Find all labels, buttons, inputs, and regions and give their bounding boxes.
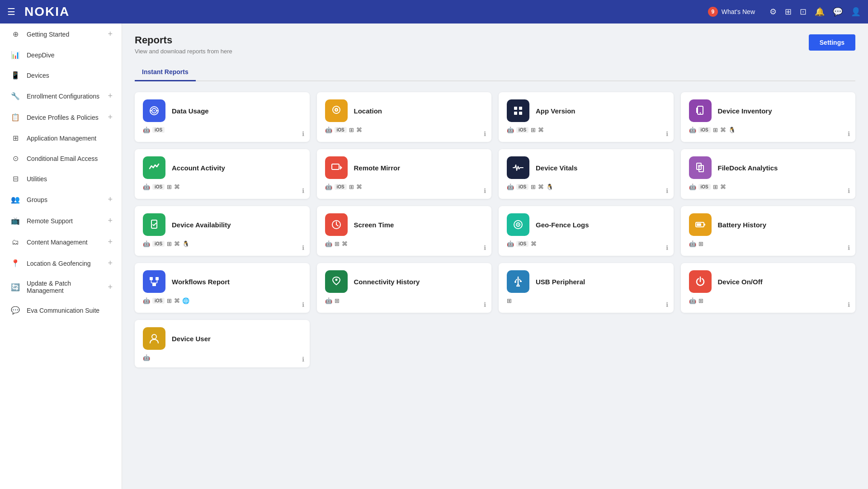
report-card-location[interactable]: Location 🤖 iOS ⊞ ⌘ ℹ	[317, 92, 492, 142]
info-icon[interactable]: ℹ	[302, 187, 304, 194]
chat-icon[interactable]: 💬	[833, 7, 843, 17]
windows-icon: ⊞	[167, 183, 172, 190]
svg-rect-28	[697, 223, 701, 226]
sidebar-item-profiles[interactable]: 📋 Device Profiles & Policies +	[0, 107, 122, 128]
location-icon: 📍	[10, 259, 20, 268]
info-icon[interactable]: ℹ	[484, 244, 486, 251]
info-icon[interactable]: ℹ	[666, 301, 668, 308]
report-card-geo-fence[interactable]: Geo-Fence Logs 🤖 iOS ⌘ ℹ	[499, 206, 674, 256]
platform-list: 🤖	[143, 354, 302, 361]
report-card-device-inventory[interactable]: Device Inventory 🤖 iOS ⊞ ⌘ 🐧 ℹ	[681, 92, 856, 142]
sidebar-item-remote-support[interactable]: 📺 Remote Support +	[0, 210, 122, 231]
expand-icon[interactable]: +	[108, 195, 113, 204]
device-inventory-icon	[689, 99, 712, 122]
sidebar-label: Conditional Email Access	[27, 155, 113, 162]
info-icon[interactable]: ℹ	[666, 130, 668, 137]
sidebar-item-app-mgmt[interactable]: ⊞ Application Management	[0, 128, 122, 148]
sidebar-item-content-mgmt[interactable]: 🗂 Content Management +	[0, 231, 122, 253]
platform-list: 🤖 iOS ⊞ ⌘	[325, 127, 484, 133]
user-icon[interactable]: 👤	[851, 7, 861, 17]
expand-icon[interactable]: +	[108, 29, 113, 39]
report-card-account-activity[interactable]: Account Activity 🤖 iOS ⊞ ⌘ ℹ	[135, 149, 310, 199]
ios-badge: iOS	[698, 127, 711, 133]
info-icon[interactable]: ℹ	[848, 187, 850, 194]
sidebar: ⊕ Getting Started + 📊 DeepDive 📱 Devices…	[0, 24, 122, 489]
expand-icon[interactable]: +	[108, 282, 113, 292]
sidebar-item-enrollment[interactable]: 🔧 Enrollment Configurations +	[0, 85, 122, 107]
info-icon[interactable]: ℹ	[848, 244, 850, 251]
windows-icon: ⊞	[349, 183, 354, 190]
sidebar-item-deepdive[interactable]: 📊 DeepDive	[0, 45, 122, 65]
report-card-screen-time[interactable]: Screen Time 🤖 ⊞ ⌘ ℹ	[317, 206, 492, 256]
menu-icon[interactable]: ☰	[7, 6, 15, 17]
info-icon[interactable]: ℹ	[302, 301, 304, 308]
sidebar-item-devices[interactable]: 📱 Devices	[0, 65, 122, 85]
android-icon: 🤖	[325, 127, 332, 133]
info-icon[interactable]: ℹ	[484, 187, 486, 194]
info-icon[interactable]: ℹ	[848, 130, 850, 137]
svg-rect-30	[156, 277, 159, 280]
ios-badge: iOS	[152, 298, 165, 304]
tab-instant-reports[interactable]: Instant Reports	[135, 64, 196, 81]
svg-rect-27	[704, 224, 705, 226]
android-icon: 🤖	[143, 297, 150, 304]
windows-icon: ⊞	[531, 127, 536, 133]
report-card-device-availability[interactable]: Device Availability 🤖 iOS ⊞ ⌘ 🐧 ℹ	[135, 206, 310, 256]
card-title: Data Usage	[172, 107, 209, 115]
grid-icon[interactable]: ⊞	[785, 7, 792, 17]
info-icon[interactable]: ℹ	[666, 244, 668, 251]
bell-icon[interactable]: 🔔	[815, 7, 825, 17]
svg-point-14	[699, 113, 701, 114]
ios-badge: iOS	[516, 241, 528, 247]
sidebar-label: Devices	[27, 72, 113, 79]
report-card-filedock[interactable]: FileDock Analytics 🤖 iOS ⊞ ⌘ ℹ	[681, 149, 856, 199]
sidebar-item-eva-comm[interactable]: 💬 Eva Communication Suite	[0, 300, 122, 320]
info-icon[interactable]: ℹ	[302, 130, 304, 137]
info-icon[interactable]: ℹ	[848, 301, 850, 308]
expand-icon[interactable]: +	[108, 113, 113, 122]
settings-button[interactable]: Settings	[809, 34, 855, 51]
sidebar-item-groups[interactable]: 👥 Groups +	[0, 189, 122, 210]
card-title: Workflows Report	[172, 278, 230, 286]
expand-icon[interactable]: +	[108, 91, 113, 101]
sidebar-item-email-access[interactable]: ⊙ Conditional Email Access	[0, 148, 122, 169]
report-card-usb-peripheral[interactable]: USB Peripheral ⊞ ℹ	[499, 263, 674, 313]
info-icon[interactable]: ℹ	[302, 356, 304, 363]
sidebar-item-utilities[interactable]: ⊟ Utilities	[0, 169, 122, 189]
info-icon[interactable]: ℹ	[484, 130, 486, 137]
page-header: Reports View and download reports from h…	[135, 34, 855, 55]
sidebar-item-getting-started[interactable]: ⊕ Getting Started +	[0, 24, 122, 45]
android-icon: 🤖	[325, 240, 332, 247]
expand-icon[interactable]: +	[108, 237, 113, 247]
cast-icon[interactable]: ⊡	[800, 7, 807, 17]
report-card-remote-mirror[interactable]: Remote Mirror 🤖 iOS ⊞ ⌘ ℹ	[317, 149, 492, 199]
report-card-connectivity[interactable]: Connectivity History 🤖 ⊞ ℹ	[317, 263, 492, 313]
info-icon[interactable]: ℹ	[666, 187, 668, 194]
report-card-device-vitals[interactable]: Device Vitals 🤖 iOS ⊞ ⌘ 🐧 ℹ	[499, 149, 674, 199]
svg-point-2	[154, 110, 155, 112]
expand-icon[interactable]: +	[108, 259, 113, 268]
report-card-device-onoff[interactable]: Device On/Off 🤖 ⊞ ℹ	[681, 263, 856, 313]
sidebar-item-location[interactable]: 📍 Location & Geofencing +	[0, 253, 122, 274]
android-icon: 🤖	[325, 183, 332, 190]
settings-icon[interactable]: ⚙	[769, 7, 777, 17]
sidebar-label: Groups	[27, 196, 108, 203]
expand-icon[interactable]: +	[108, 216, 113, 226]
report-card-data-usage[interactable]: Data Usage 🤖 iOS ℹ	[135, 92, 310, 142]
info-icon[interactable]: ℹ	[484, 301, 486, 308]
info-icon[interactable]: ℹ	[302, 244, 304, 251]
card-title: Device Vitals	[536, 164, 577, 172]
sidebar-item-update-patch[interactable]: 🔄 Update & Patch Management +	[0, 274, 122, 300]
report-card-battery-history[interactable]: Battery History 🤖 ⊞ ℹ	[681, 206, 856, 256]
whats-new-button[interactable]: 9 What's New	[708, 7, 755, 17]
report-card-device-user[interactable]: Device User 🤖 ℹ	[135, 320, 310, 367]
platform-list: 🤖 ⊞	[689, 240, 848, 247]
sidebar-label: DeepDive	[27, 52, 113, 59]
screen-time-icon	[325, 213, 348, 236]
report-card-workflows[interactable]: Workflows Report 🤖 iOS ⊞ ⌘ 🌐 ℹ	[135, 263, 310, 313]
update-icon: 🔄	[10, 283, 20, 292]
sidebar-label: Content Management	[27, 239, 108, 246]
page-subtitle: View and download reports from here	[135, 48, 232, 55]
report-card-app-version[interactable]: App Version 🤖 iOS ⊞ ⌘ ℹ	[499, 92, 674, 142]
platform-list: 🤖 iOS ⌘	[507, 240, 665, 247]
